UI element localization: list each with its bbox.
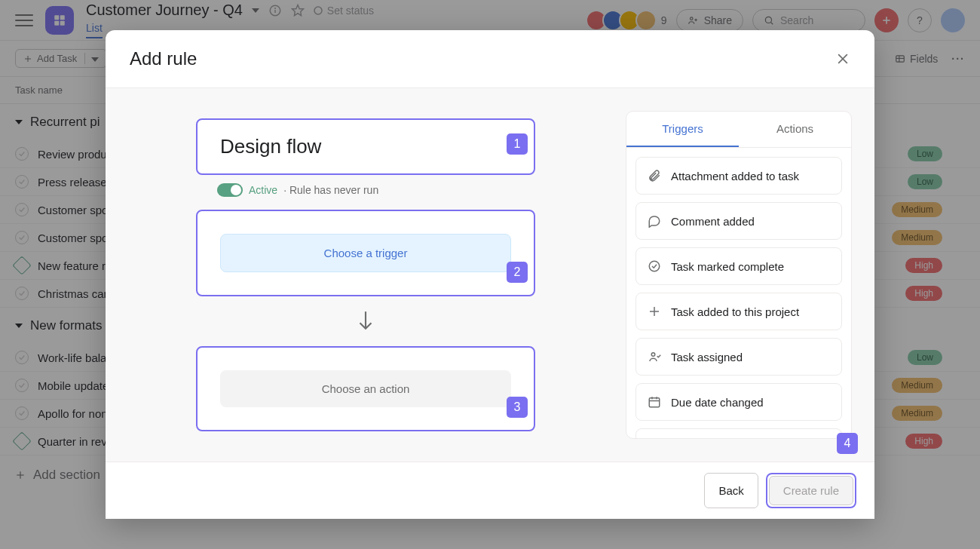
close-icon[interactable] [835,51,850,66]
svg-point-26 [649,261,660,271]
choose-trigger-button[interactable]: Choose a trigger [220,234,511,272]
action-box: Choose an action 3 [196,346,535,431]
plus-icon [647,304,662,319]
comment-icon [647,213,662,228]
assign-icon [647,349,662,364]
active-label: Active [249,184,277,196]
trigger-option[interactable]: Comment added [635,202,842,240]
paperclip-icon [647,168,662,183]
trigger-option-label: Task added to this project [671,305,799,318]
rule-canvas: Design flow 1 Active · Rule has never ru… [106,88,626,462]
svg-rect-30 [649,398,660,407]
trigger-option[interactable]: Task marked complete [635,247,842,285]
trigger-option-label: Task assigned [671,351,743,363]
trigger-option-label: Attachment added to task [671,170,799,182]
rule-run-status: · Rule has never run [283,184,378,196]
check-icon [647,259,662,274]
trigger-option[interactable]: Due date changed [635,383,842,421]
calendar-icon [647,394,662,409]
rule-name: Design flow [220,135,511,158]
annotation-badge-2: 2 [507,262,528,283]
trigger-option-label: Comment added [671,215,755,228]
trigger-option[interactable]: Attachment added to task [635,157,842,195]
modal-footer: Back Create rule [106,462,874,519]
choose-action-button[interactable]: Choose an action [220,370,511,407]
active-toggle[interactable] [217,183,243,197]
annotation-badge-1: 1 [507,133,528,155]
trigger-option[interactable]: Task assigned [635,338,842,376]
annotation-badge-3: 3 [507,397,528,418]
tab-actions[interactable]: Actions [739,112,851,147]
svg-point-29 [651,353,655,357]
back-button[interactable]: Back [704,473,758,508]
add-rule-modal: Add rule Design flow 1 Active · Rule has… [106,30,874,519]
modal-title: Add rule [130,48,197,69]
trigger-option-label: Due date changed [671,396,764,409]
flow-arrow-icon [356,310,375,333]
rule-name-box[interactable]: Design flow 1 [196,118,535,175]
trigger-box: Choose a trigger 2 [196,210,535,296]
trigger-option[interactable]: Task added to this project [635,293,842,330]
trigger-option-label: Task marked complete [671,260,784,273]
rule-status: Active · Rule has never run [196,179,535,201]
annotation-badge-4: 4 [837,433,858,454]
trigger-option[interactable]: Task is no longer waiting [635,428,842,438]
create-rule-button[interactable]: Create rule [769,476,853,505]
triggers-panel: Triggers Actions Attachment added to tas… [626,111,852,439]
tab-triggers[interactable]: Triggers [626,112,739,147]
